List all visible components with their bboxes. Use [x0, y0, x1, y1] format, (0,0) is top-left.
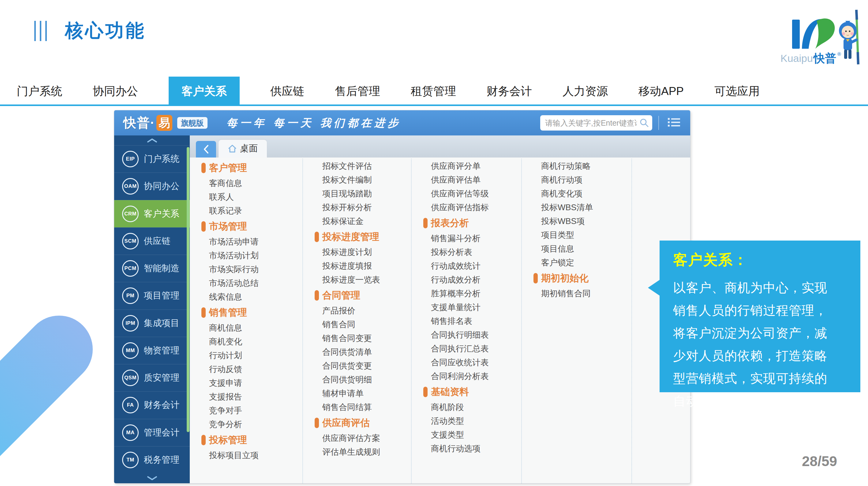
tab-desktop[interactable]: 桌面: [219, 140, 267, 158]
menu-item[interactable]: 销售排名表: [412, 314, 521, 328]
sidebar-item-oam[interactable]: OAM协同办公: [114, 173, 190, 200]
module-tab-2[interactable]: 协同办公: [93, 84, 138, 99]
sidebar-item-tm[interactable]: TM税务管理: [114, 446, 190, 474]
sidebar-item-ma[interactable]: MA管理会计: [114, 419, 190, 446]
sidebar-item-crm[interactable]: CRM客户关系: [114, 200, 190, 227]
menu-item[interactable]: 评估单生成规则: [303, 445, 411, 459]
menu-item[interactable]: 行动计划: [190, 349, 302, 363]
list-menu-icon[interactable]: [665, 116, 683, 129]
menu-item[interactable]: 合同供货变更: [303, 359, 411, 373]
menu-item[interactable]: 供应商评估指标: [412, 201, 521, 215]
back-button[interactable]: [196, 141, 216, 158]
menu-item[interactable]: 供应商评估等级: [412, 187, 521, 201]
menu-item[interactable]: 客商信息: [190, 176, 302, 190]
sidebar-item-label: 税务管理: [144, 454, 179, 466]
menu-item[interactable]: 行动成效统计: [412, 259, 521, 273]
menu-item[interactable]: 投标分析表: [412, 246, 521, 259]
module-tab-7[interactable]: 财务会计: [487, 84, 532, 99]
menu-item[interactable]: 竞争分析: [190, 418, 302, 431]
menu-item[interactable]: 投标WBS项: [522, 215, 631, 228]
menu-item[interactable]: 竞争对手: [190, 404, 302, 418]
menu-item[interactable]: 商机行动策略: [522, 159, 631, 173]
menu-item[interactable]: 项目现场踏勘: [303, 187, 411, 201]
menu-item[interactable]: 商机行动选项: [412, 442, 521, 456]
menu-item[interactable]: 合同利润分析表: [412, 370, 521, 383]
menu-item[interactable]: 商机变化项: [522, 187, 631, 201]
menu-item[interactable]: 投标开标分析: [303, 201, 411, 215]
menu-item[interactable]: 投标保证金: [303, 215, 411, 228]
menu-section-title: 报表分析: [431, 217, 469, 230]
sidebar-item-scm[interactable]: SCM供应链: [114, 227, 190, 255]
menu-item[interactable]: 线索信息: [190, 290, 302, 304]
sidebar-item-ipm[interactable]: IPM集成项目: [114, 310, 190, 337]
menu-item[interactable]: 辅材申请单: [303, 387, 411, 401]
menu-item[interactable]: 投标进度计划: [303, 246, 411, 259]
menu-item[interactable]: 项目类型: [522, 228, 631, 242]
module-tab-8[interactable]: 人力资源: [562, 84, 608, 99]
menu-item[interactable]: 行动成效分析: [412, 273, 521, 287]
menu-item[interactable]: 支援申请: [190, 376, 302, 390]
module-tab-10[interactable]: 可选应用: [714, 84, 760, 99]
module-tab-6[interactable]: 租赁管理: [411, 84, 456, 99]
menu-item[interactable]: 供应商评估单: [412, 173, 521, 187]
search-icon[interactable]: [639, 118, 649, 128]
menu-item[interactable]: 投标进度填报: [303, 259, 411, 273]
menu-item[interactable]: 市场活动计划: [190, 249, 302, 263]
sidebar-scrollbar[interactable]: [187, 147, 189, 432]
menu-item[interactable]: 合同执行明细表: [412, 328, 521, 342]
sidebar-item-fa[interactable]: FA财务会计: [114, 391, 190, 419]
menu-item[interactable]: 市场实际行动: [190, 263, 302, 277]
menu-item[interactable]: 期初销售合同: [522, 287, 631, 301]
menu-item[interactable]: 投标文件编制: [303, 173, 411, 187]
menu-item[interactable]: 合同供货清单: [303, 345, 411, 359]
menu-item[interactable]: 招标文件评估: [303, 159, 411, 173]
menu-item[interactable]: 项目信息: [522, 242, 631, 256]
menu-item[interactable]: 合同应收统计表: [412, 356, 521, 370]
menu-column-4: 商机行动策略商机行动项商机变化项投标WBS清单投标WBS项项目类型项目信息客户锁…: [522, 159, 632, 483]
menu-item[interactable]: 支援类型: [412, 428, 521, 442]
sidebar-item-mm[interactable]: MM物资管理: [114, 337, 190, 364]
menu-item[interactable]: 投标进度一览表: [303, 273, 411, 287]
menu-item[interactable]: 销售合同变更: [303, 332, 411, 345]
menu-item[interactable]: 销售合同: [303, 318, 411, 332]
sidebar-item-pm[interactable]: PM项目管理: [114, 282, 190, 309]
menu-item[interactable]: 活动类型: [412, 414, 521, 428]
sidebar-item-pcm[interactable]: PCM智能制造: [114, 255, 190, 282]
menu-item[interactable]: 胜算概率分析: [412, 287, 521, 301]
menu-item[interactable]: 合同执行汇总表: [412, 342, 521, 356]
menu-item[interactable]: 销售合同结算: [303, 401, 411, 414]
menu-item[interactable]: 投标项目立项: [190, 449, 302, 462]
menu-item[interactable]: 合同供货明细: [303, 373, 411, 387]
menu-item[interactable]: 市场活动总结: [190, 277, 302, 290]
heading-marker: [423, 387, 428, 397]
menu-item[interactable]: 客户锁定: [522, 256, 631, 270]
crm-callout: 客户关系： 以客户、商机为中心，实现销售人员的行销过程管理，将客户沉淀为公司资产…: [659, 240, 860, 392]
menu-item[interactable]: 供应商评分单: [412, 159, 521, 173]
sidebar-item-qsm[interactable]: QSM质安管理: [114, 364, 190, 391]
menu-item[interactable]: 商机变化: [190, 335, 302, 349]
sidebar-scroll-down[interactable]: [114, 474, 190, 483]
menu-item[interactable]: 支援单量统计: [412, 301, 521, 314]
menu-item[interactable]: 联系记录: [190, 204, 302, 218]
menu-item[interactable]: 投标WBS清单: [522, 201, 631, 215]
module-tab-4[interactable]: 供应链: [270, 84, 304, 99]
menu-item[interactable]: 供应商评估方案: [303, 431, 411, 445]
search-input[interactable]: [540, 115, 652, 131]
menu-item[interactable]: 行动反馈: [190, 363, 302, 376]
module-tab-1[interactable]: 门户系统: [17, 84, 62, 99]
module-acronym-badge: EIP: [122, 151, 138, 167]
menu-item[interactable]: 联系人: [190, 190, 302, 204]
module-acronym-badge: FA: [122, 397, 138, 413]
sidebar-item-eip[interactable]: EIP门户系统: [114, 145, 190, 173]
sidebar-scroll-up[interactable]: [114, 136, 190, 145]
menu-item[interactable]: 商机阶段: [412, 401, 521, 414]
menu-item[interactable]: 支援报告: [190, 390, 302, 404]
menu-item[interactable]: 市场活动申请: [190, 235, 302, 249]
menu-item[interactable]: 产品报价: [303, 304, 411, 318]
module-tab-3[interactable]: 客户关系: [168, 77, 240, 106]
module-tab-9[interactable]: 移动APP: [639, 84, 684, 99]
menu-item[interactable]: 销售漏斗分析: [412, 232, 521, 246]
menu-item[interactable]: 商机行动项: [522, 173, 631, 187]
menu-item[interactable]: 商机信息: [190, 321, 302, 335]
module-tab-5[interactable]: 售后管理: [335, 84, 380, 99]
